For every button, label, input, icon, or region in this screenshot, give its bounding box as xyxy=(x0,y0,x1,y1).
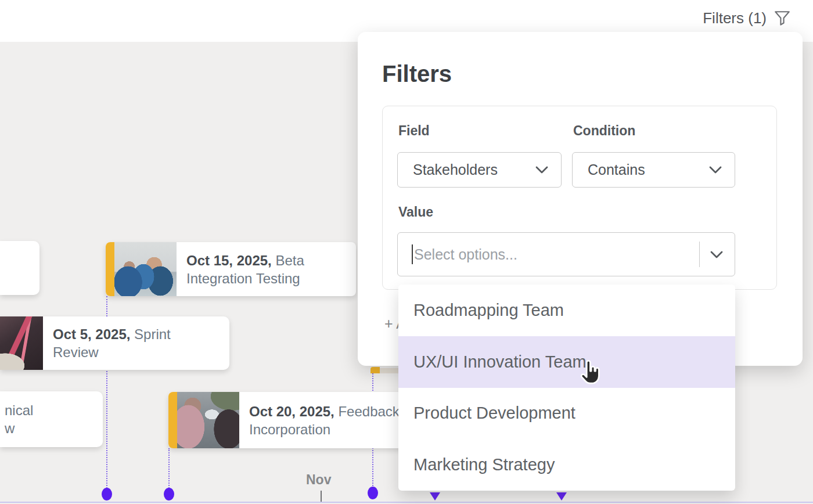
field-select-value: Stakeholders xyxy=(413,161,498,178)
timeline-marker-triangle xyxy=(556,492,567,501)
filters-toggle-label: Filters (1) xyxy=(703,9,767,27)
event-partial-text: nical xyxy=(5,402,33,418)
event-card-text: nical w xyxy=(0,391,103,447)
timeline-axis-line xyxy=(0,502,813,503)
text-caret xyxy=(412,244,413,264)
option-product-development[interactable]: Product Development xyxy=(398,388,735,440)
event-date: Oct 5, 2025 xyxy=(53,326,127,342)
chevron-down-icon xyxy=(709,166,722,174)
filter-funnel-icon xyxy=(774,10,791,27)
event-card-hidden-top-sliver xyxy=(370,367,398,373)
event-accent-bar xyxy=(106,242,114,296)
event-thumbnail-meeting-photo xyxy=(114,242,177,296)
event-date: Oct 15, 2025 xyxy=(186,253,268,268)
event-card-feedback-incorporation[interactable]: Oct 20, 2025, Feedback Incorporation xyxy=(168,392,415,448)
month-tick xyxy=(321,491,322,502)
event-separator: , xyxy=(127,326,131,342)
event-card-text: Oct 20, 2025, Feedback Incorporation xyxy=(239,392,415,448)
field-label: Field xyxy=(398,123,430,139)
condition-select[interactable]: Contains xyxy=(572,152,735,188)
value-box-divider xyxy=(699,242,700,267)
timeline-marker-dot[interactable] xyxy=(368,487,378,499)
value-multiselect[interactable] xyxy=(397,232,735,276)
event-card-sprint-review[interactable]: Oct 5, 2025, Sprint Review xyxy=(0,316,229,370)
month-label: Nov xyxy=(306,472,331,488)
filters-panel-title: Filters xyxy=(382,61,452,87)
event-thumbnail-sliver xyxy=(380,368,398,373)
event-separator: , xyxy=(330,404,334,419)
event-card-beta-integration-testing[interactable]: Oct 15, 2025, Beta Integration Testing xyxy=(106,242,356,296)
condition-label: Condition xyxy=(573,123,635,139)
event-accent-bar xyxy=(168,392,177,448)
option-uxui-innovation-team[interactable]: UX/UI Innovation Team xyxy=(398,336,735,388)
event-accent-bar xyxy=(370,367,380,373)
field-select[interactable]: Stakeholders xyxy=(397,152,562,188)
filters-toggle-button[interactable]: Filters (1) xyxy=(703,9,791,27)
option-marketing-strategy[interactable]: Marketing Strategy xyxy=(398,439,735,491)
chevron-down-icon[interactable] xyxy=(710,251,723,258)
event-thumbnail-street-photo xyxy=(177,392,239,448)
value-options-menu: Roadmapping Team UX/UI Innovation Team P… xyxy=(398,285,735,491)
condition-select-value: Contains xyxy=(588,161,645,178)
timeline-marker-triangle xyxy=(430,492,440,501)
option-roadmapping-team[interactable]: Roadmapping Team xyxy=(398,285,735,336)
event-partial-text: w xyxy=(5,420,15,436)
event-card-partial-left[interactable] xyxy=(0,241,39,295)
timeline-marker-dot[interactable] xyxy=(164,488,174,501)
event-separator: , xyxy=(268,253,272,268)
timeline-app-screen: Filters (1) Oct 15, 2025, Beta Integrati… xyxy=(0,0,813,504)
timeline-marker-dot[interactable] xyxy=(102,488,112,501)
timeline-connector-line xyxy=(168,448,170,491)
event-card-text: Oct 5, 2025, Sprint Review xyxy=(43,316,198,370)
event-card-text: Oct 15, 2025, Beta Integration Testing xyxy=(177,242,356,296)
value-label: Value xyxy=(398,204,433,220)
event-date: Oct 20, 2025 xyxy=(249,404,330,419)
event-thumbnail-desk-photo xyxy=(0,316,43,370)
event-card-partial-technical-review[interactable]: nical w xyxy=(0,391,103,447)
value-input[interactable] xyxy=(414,246,695,263)
chevron-down-icon xyxy=(535,166,548,174)
